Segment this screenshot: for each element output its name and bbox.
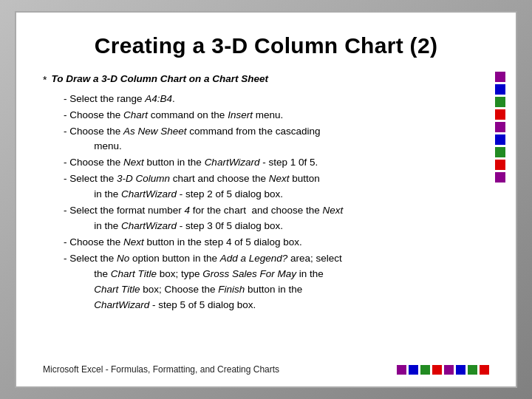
sq-9 xyxy=(495,172,505,183)
fsq-5 xyxy=(444,365,454,375)
sq-4 xyxy=(495,109,505,120)
sq-2 xyxy=(495,84,505,95)
fsq-4 xyxy=(432,365,442,375)
footer-squares xyxy=(397,365,489,375)
sq-1 xyxy=(495,72,505,82)
fsq-7 xyxy=(468,365,477,375)
footer-text: Microsoft Excel - Formulas, Formatting, … xyxy=(43,364,279,375)
fsq-1 xyxy=(397,365,406,375)
sub-item-8: - Select the No option button in the Add… xyxy=(43,251,489,313)
fsq-8 xyxy=(480,365,489,375)
sub-item-4: - Choose the Next button in the ChartWiz… xyxy=(43,155,489,171)
slide: Creating a 3-D Column Chart (2) * To Dra… xyxy=(15,11,517,388)
sq-8 xyxy=(495,160,505,170)
sq-6 xyxy=(495,134,505,145)
bullet-star: * xyxy=(43,72,47,89)
sub-item-2: - Choose the Chart command on the Insert… xyxy=(43,108,489,123)
slide-content: * To Draw a 3-D Column Chart on a Chart … xyxy=(43,72,489,358)
slide-footer: Microsoft Excel - Formulas, Formatting, … xyxy=(43,364,489,375)
sub-item-7: - Choose the Next button in the step 4 o… xyxy=(43,235,489,250)
main-bullet-text: To Draw a 3-D Column Chart on a Chart Sh… xyxy=(51,72,268,87)
sub-item-5: - Select the 3-D Column chart and choose… xyxy=(43,171,489,202)
sub-item-6: - Select the format number 4 for the cha… xyxy=(43,203,489,234)
slide-title: Creating a 3-D Column Chart (2) xyxy=(43,33,489,58)
side-squares xyxy=(495,72,505,183)
fsq-3 xyxy=(420,365,430,375)
sub-item-1: - Select the range A4:B4. xyxy=(43,92,489,107)
sub-item-3: - Choose the As New Sheet command from t… xyxy=(43,124,489,155)
sq-7 xyxy=(495,147,505,157)
fsq-2 xyxy=(409,365,418,375)
main-bullet: * To Draw a 3-D Column Chart on a Chart … xyxy=(43,72,489,89)
sq-3 xyxy=(495,97,505,107)
fsq-6 xyxy=(456,365,466,375)
sq-5 xyxy=(495,122,505,132)
